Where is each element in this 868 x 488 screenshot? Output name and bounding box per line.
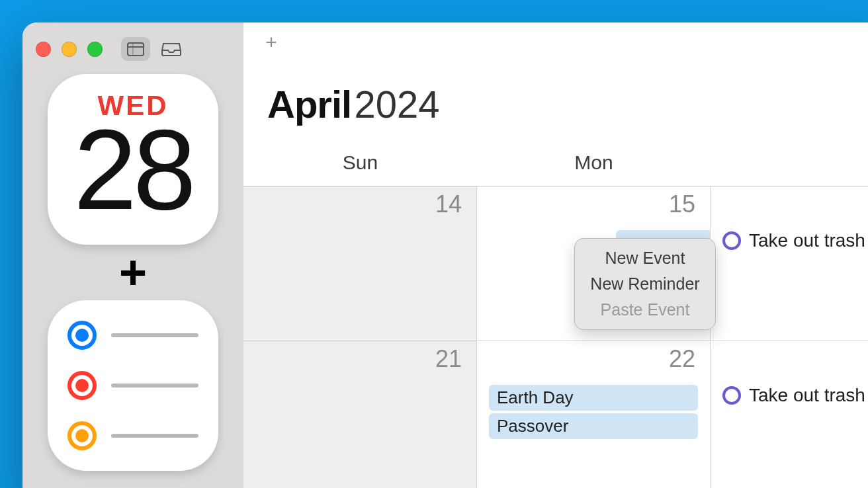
reminder-circle-icon[interactable]: [722, 231, 741, 250]
day-number: 21: [435, 345, 462, 373]
week-row: 14 15 Take out trash: [243, 186, 868, 341]
fullscreen-window-button[interactable]: [87, 42, 103, 57]
reminders-app-icon: [48, 300, 218, 471]
plus-icon: +: [119, 249, 147, 296]
line-icon: [111, 333, 198, 337]
bullet-icon: [67, 371, 97, 400]
line-icon: [111, 434, 198, 438]
bullet-icon: [67, 421, 97, 450]
reminder-label: Take out trash: [749, 385, 865, 406]
calendar-main: + April 2024 Sun Mon 14 15: [243, 22, 868, 488]
weekday-tue: [711, 143, 868, 186]
app-window: WED 28 +: [22, 22, 868, 488]
day-cell[interactable]: Take out trash: [711, 341, 868, 488]
calendar-app-icon: WED 28: [48, 74, 218, 245]
minimize-window-button[interactable]: [62, 42, 77, 57]
toolbar: +: [243, 22, 868, 62]
reminders-icon-row: [67, 421, 198, 450]
calendars-toggle-button[interactable]: [121, 37, 150, 61]
month-header: April 2024: [243, 62, 868, 143]
reminder-circle-icon[interactable]: [722, 386, 741, 405]
day-number: 22: [669, 345, 695, 373]
line-icon: [111, 384, 198, 387]
event-block[interactable]: Earth Day: [489, 385, 698, 411]
svg-rect-0: [128, 43, 144, 56]
inbox-icon: [161, 42, 181, 56]
month-label: April: [267, 83, 351, 126]
titlebar: [22, 32, 243, 74]
menu-item-new-event[interactable]: New Event: [575, 245, 715, 271]
day-number: 14: [435, 190, 462, 218]
event-block[interactable]: Passover: [489, 413, 698, 439]
add-event-button[interactable]: +: [259, 30, 283, 54]
reminders-icon-row: [67, 371, 198, 400]
bullet-icon: [67, 321, 97, 350]
traffic-lights: [36, 42, 103, 57]
menu-item-paste-event: Paste Event: [575, 297, 715, 323]
sidebar: WED 28 +: [22, 22, 243, 488]
day-number: 15: [669, 190, 695, 218]
weekday-sun: Sun: [243, 143, 477, 186]
year-label: 2024: [355, 83, 440, 126]
day-cell[interactable]: 21: [243, 341, 477, 488]
calendar-icon: [127, 42, 144, 56]
menu-item-new-reminder[interactable]: New Reminder: [575, 271, 715, 297]
sidebar-illustration: WED 28 +: [22, 74, 243, 488]
reminder-label: Take out trash: [749, 230, 865, 251]
weekday-row: Sun Mon: [243, 143, 868, 186]
event-label: Passover: [497, 416, 568, 436]
close-window-button[interactable]: [36, 42, 51, 57]
calendar-grid[interactable]: 14 15 Take out trash 21: [243, 186, 868, 488]
context-menu: New Event New Reminder Paste Event: [574, 238, 716, 330]
calendar-icon-day: 28: [73, 112, 192, 226]
day-cell[interactable]: Take out trash: [711, 186, 868, 341]
reminders-icon-row: [67, 321, 198, 350]
plus-icon: +: [265, 31, 277, 54]
event-label: Earth Day: [497, 387, 574, 407]
reminder-item[interactable]: Take out trash: [722, 385, 868, 406]
reminder-item[interactable]: Take out trash: [722, 230, 868, 251]
week-row: 21 22 Earth Day Passover Take out trash: [243, 341, 868, 488]
weekday-mon: Mon: [477, 143, 711, 186]
day-cell[interactable]: 22 Earth Day Passover: [477, 341, 711, 488]
inbox-button[interactable]: [157, 37, 186, 61]
day-cell[interactable]: 14: [243, 186, 477, 341]
